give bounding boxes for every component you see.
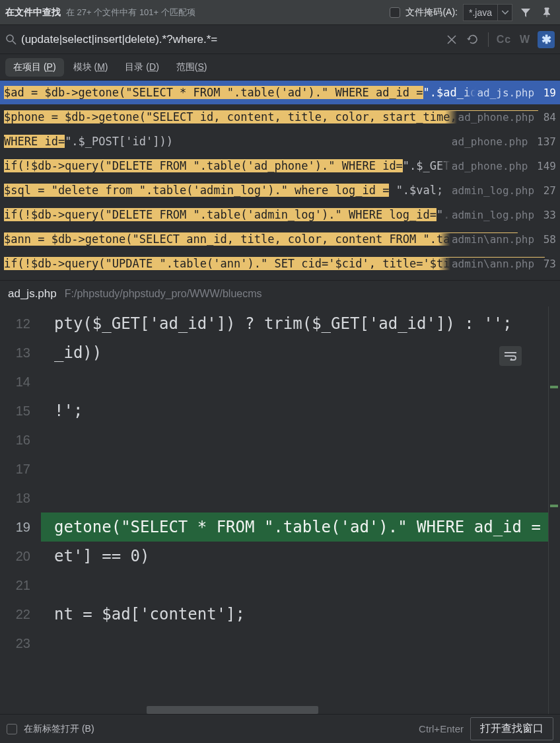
clear-icon[interactable] [443, 31, 460, 48]
regex-toggle[interactable]: ✱ [538, 31, 555, 48]
preview-header: ad_js.php F:/phpstudy/phpstudy_pro/WWW/b… [0, 280, 560, 306]
match-stats: 在 27+ 个文件中有 101+ 个匹配项 [66, 7, 195, 18]
new-tab-checkbox[interactable] [7, 724, 17, 734]
result-row[interactable]: $ann = $db->getone("SELECT ann_id, title… [0, 227, 560, 252]
result-file: ad_phone.php 149 [438, 160, 556, 172]
editor-preview[interactable]: 121314151617181920212223 pty($_GET['ad_i… [0, 306, 560, 714]
preview-path: F:/phpstudy/phpstudy_pro/WWW/bluecms [65, 288, 262, 300]
word-toggle[interactable]: W [516, 31, 534, 48]
footer-bar: 在新标签打开 (B) Ctrl+Enter 打开查找窗口 [0, 714, 560, 743]
preview-filename: ad_js.php [8, 287, 57, 301]
separator [488, 32, 489, 47]
pin-icon[interactable] [539, 5, 555, 20]
result-file: ad_js.php 19 [464, 87, 556, 99]
result-row[interactable]: if(!$db->query("DELETE FROM ".table('adm… [0, 203, 560, 227]
dialog-title: 在文件中查找 [5, 7, 61, 18]
result-row[interactable]: if(!$db->query("UPDATE ".table('ann')." … [0, 252, 560, 276]
tab-module[interactable]: 模块 (M) [65, 58, 116, 77]
search-icon [5, 34, 17, 46]
file-mask-checkbox[interactable] [390, 7, 400, 18]
code-area[interactable]: pty($_GET['ad_id']) ? trim($_GET['ad_id'… [41, 306, 548, 714]
marker-bar[interactable] [548, 306, 560, 714]
scope-tabs: 在项目 (P) 模块 (M) 目录 (D) 范围(S) [0, 54, 560, 81]
search-input[interactable] [21, 33, 439, 46]
result-file: admin\ann.php 58 [438, 233, 556, 246]
file-mask-label: 文件掩码(A): [405, 7, 458, 18]
tab-scope[interactable]: 范围(S) [168, 58, 215, 77]
result-row[interactable]: if(!$db->query("DELETE FROM ".table('ad_… [0, 154, 560, 178]
result-row[interactable]: WHERE id=".$_POST['id']))ad_phone.php 13… [0, 129, 560, 154]
result-row[interactable]: $sql = "delete from ".table('admin_log')… [0, 178, 560, 203]
file-mask-combo[interactable]: *.java [463, 4, 512, 21]
file-mask-value: *.java [464, 7, 497, 18]
result-file: admin_log.php 33 [438, 209, 556, 221]
tab-project[interactable]: 在项目 (P) [5, 58, 64, 77]
result-row[interactable]: $ad = $db->getone("SELECT * FROM ".table… [0, 81, 560, 105]
open-find-window-button[interactable]: 打开查找窗口 [470, 717, 553, 740]
svg-point-0 [7, 35, 13, 42]
line-gutter: 121314151617181920212223 [0, 306, 41, 714]
result-file: admin_log.php 27 [438, 184, 556, 197]
filter-icon[interactable] [518, 5, 534, 20]
search-bar: Cc W ✱ [0, 25, 560, 54]
result-row[interactable]: $phone = $db->getone("SELECT id, content… [0, 105, 560, 129]
new-tab-label: 在新标签打开 (B) [24, 723, 94, 735]
horizontal-scrollbar[interactable] [147, 706, 318, 714]
case-toggle[interactable]: Cc [495, 31, 512, 48]
svg-line-1 [13, 41, 16, 44]
soft-wrap-icon[interactable] [499, 346, 522, 366]
shortcut-hint: Ctrl+Enter [419, 723, 464, 734]
title-bar: 在文件中查找 在 27+ 个文件中有 101+ 个匹配项 文件掩码(A): *.… [0, 0, 560, 25]
tab-directory[interactable]: 目录 (D) [117, 58, 166, 77]
result-file: ad_phone.php 84 [445, 111, 557, 124]
history-icon[interactable] [464, 31, 481, 48]
chevron-down-icon[interactable] [497, 5, 512, 20]
results-list[interactable]: $ad = $db->getone("SELECT * FROM ".table… [0, 81, 560, 276]
result-file: ad_phone.php 137 [438, 135, 556, 148]
result-file: admin\ann.php 73 [438, 258, 556, 270]
